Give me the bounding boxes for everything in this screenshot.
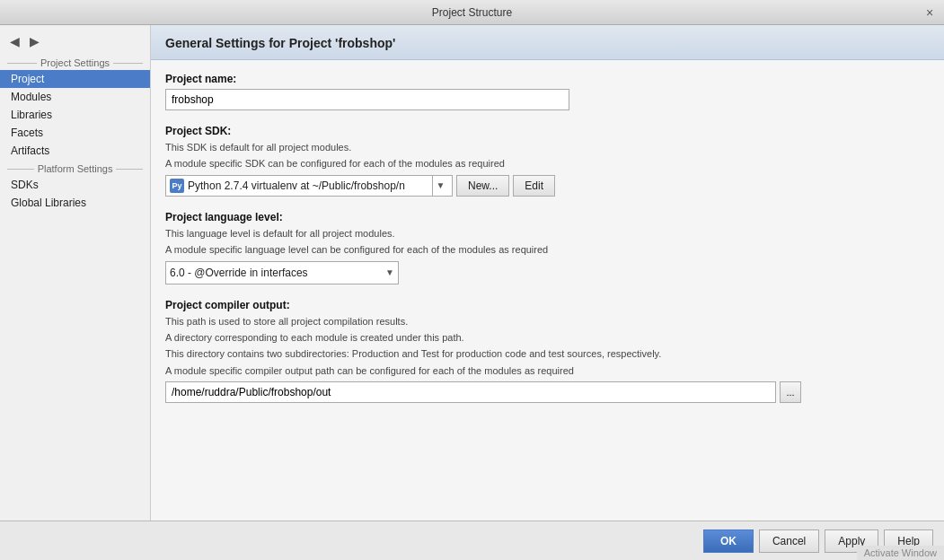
compiler-output-desc2: A directory corresponding to each module… [165,331,930,345]
cancel-button[interactable]: Cancel [759,529,819,553]
sdk-edit-button[interactable]: Edit [513,175,555,197]
main-content: ◀ ▶ Project Settings Project Modules Lib… [0,25,944,521]
compiler-output-path-row: ... [165,381,930,403]
project-sdk-group: Project SDK: This SDK is default for all… [165,125,930,197]
compiler-output-browse-button[interactable]: ... [780,381,801,403]
compiler-output-desc3: This directory contains two subdirectori… [165,347,930,361]
language-level-label: Project language level: [165,211,930,223]
project-name-group: Project name: [165,73,930,110]
forward-button[interactable]: ▶ [25,32,43,50]
sidebar-nav: ◀ ▶ [0,29,150,54]
sidebar-item-modules[interactable]: Modules [0,88,150,106]
content-panel: General Settings for Project 'frobshop' … [151,25,944,521]
project-sdk-label: Project SDK: [165,125,930,137]
ok-button[interactable]: OK [703,529,754,553]
title-bar: Project Structure × [0,0,944,25]
sdk-dropdown-arrow[interactable]: ▼ [432,176,448,196]
sdk-select[interactable]: Py Python 2.7.4 virtualenv at ~/Public/f… [165,175,453,197]
language-level-desc1: This language level is default for all p… [165,227,930,241]
close-button[interactable]: × [922,5,937,20]
sdk-row: Py Python 2.7.4 virtualenv at ~/Public/f… [165,175,930,197]
language-level-value: 6.0 - @Override in interfaces [170,267,385,279]
project-settings-header: Project Settings [0,54,150,70]
sidebar-item-project[interactable]: Project [0,70,150,88]
project-name-label: Project name: [165,73,930,85]
platform-settings-header: Platform Settings [0,160,150,176]
sidebar: ◀ ▶ Project Settings Project Modules Lib… [0,25,151,521]
project-sdk-desc2: A module specific SDK can be configured … [165,157,930,171]
sidebar-item-facets[interactable]: Facets [0,124,150,142]
content-body: Project name: Project SDK: This SDK is d… [151,60,944,521]
project-name-input[interactable] [165,89,569,110]
python-icon: Py [170,179,184,193]
compiler-output-desc4: A module specific compiler output path c… [165,364,930,378]
compiler-output-desc1: This path is used to store all project c… [165,315,930,328]
compiler-output-label: Project compiler output: [165,299,930,311]
language-level-select[interactable]: 6.0 - @Override in interfaces ▼ [165,261,399,284]
footer: OK Cancel Apply Help Activate Window [0,521,944,560]
language-level-group: Project language level: This language le… [165,211,930,284]
project-sdk-desc1: This SDK is default for all project modu… [165,141,930,154]
back-button[interactable]: ◀ [5,32,23,50]
language-level-desc2: A module specific language level can be … [165,243,930,257]
content-header: General Settings for Project 'frobshop' [151,25,944,60]
compiler-output-group: Project compiler output: This path is us… [165,299,930,404]
language-level-arrow: ▼ [385,267,394,277]
sidebar-item-libraries[interactable]: Libraries [0,106,150,124]
window-title: Project Structure [432,6,512,19]
sdk-select-text: Python 2.7.4 virtualenv at ~/Public/frob… [188,179,428,192]
sdk-new-button[interactable]: New... [456,175,509,197]
activate-watermark: Activate Window [857,546,944,560]
compiler-output-input[interactable] [165,381,776,403]
sidebar-item-global-libraries[interactable]: Global Libraries [0,194,150,212]
sidebar-item-artifacts[interactable]: Artifacts [0,142,150,160]
sidebar-item-sdks[interactable]: SDKs [0,176,150,194]
